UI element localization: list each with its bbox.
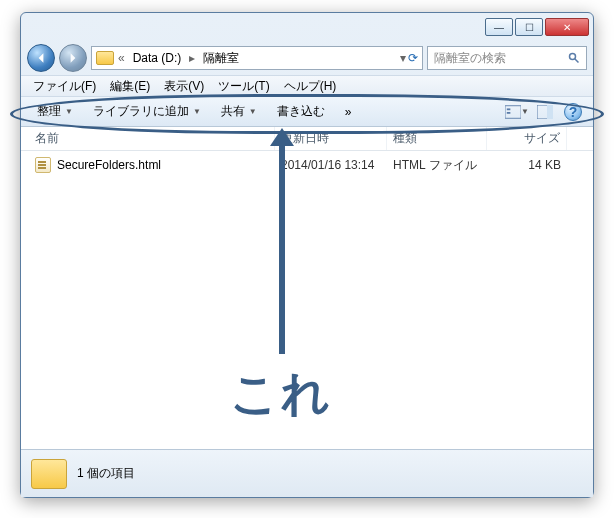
- svg-rect-6: [547, 105, 553, 119]
- column-header-type[interactable]: 種類: [387, 127, 487, 150]
- search-input[interactable]: 隔離室の検索: [427, 46, 587, 70]
- search-placeholder: 隔離室の検索: [434, 50, 506, 67]
- pane-icon: [537, 105, 553, 119]
- chevron-right-icon: ▸: [189, 51, 195, 65]
- chevron-down-icon: ▼: [65, 107, 73, 116]
- column-header-name[interactable]: 名前: [29, 127, 275, 150]
- arrow-left-icon: [35, 52, 47, 64]
- organize-button[interactable]: 整理▼: [29, 100, 81, 123]
- arrow-right-icon: [67, 52, 79, 64]
- html-file-icon: [35, 157, 51, 173]
- menu-view[interactable]: 表示(V): [158, 76, 210, 97]
- svg-point-0: [570, 54, 576, 60]
- folder-icon: [31, 459, 67, 489]
- more-button[interactable]: »: [337, 102, 360, 122]
- view-icon: [505, 105, 521, 119]
- forward-button[interactable]: [59, 44, 87, 72]
- chevron-down-icon[interactable]: ▾: [400, 51, 406, 65]
- help-button[interactable]: ?: [561, 102, 585, 122]
- svg-rect-3: [507, 108, 511, 110]
- chevron-down-icon: ▼: [521, 107, 529, 116]
- column-header-size[interactable]: サイズ: [487, 127, 567, 150]
- annotation-arrow: [279, 144, 285, 354]
- menu-tools[interactable]: ツール(T): [212, 76, 275, 97]
- file-type-cell: HTML ファイル: [387, 157, 487, 174]
- titlebar: — ☐ ✕: [21, 13, 593, 41]
- search-icon: [568, 52, 580, 64]
- folder-icon: [96, 51, 114, 65]
- breadcrumb[interactable]: « Data (D:) ▸ 隔離室 ▾ ⟳: [91, 46, 423, 70]
- svg-rect-4: [507, 112, 511, 114]
- toolbar: 整理▼ ライブラリに追加▼ 共有▼ 書き込む » ▼ ?: [21, 97, 593, 127]
- add-to-library-button[interactable]: ライブラリに追加▼: [85, 100, 209, 123]
- close-button[interactable]: ✕: [545, 18, 589, 36]
- file-size-cell: 14 KB: [487, 158, 567, 172]
- menu-edit[interactable]: 編集(E): [104, 76, 156, 97]
- menubar: ファイル(F) 編集(E) 表示(V) ツール(T) ヘルプ(H): [21, 75, 593, 97]
- breadcrumb-chevron: «: [118, 51, 125, 65]
- file-name-cell: SecureFolders.html: [29, 157, 275, 173]
- back-button[interactable]: [27, 44, 55, 72]
- breadcrumb-drive[interactable]: Data (D:): [127, 47, 188, 69]
- column-header-row: 名前 更新日時 種類 サイズ: [21, 127, 593, 151]
- share-button[interactable]: 共有▼: [213, 100, 265, 123]
- chevron-down-icon: ▼: [249, 107, 257, 116]
- menu-file[interactable]: ファイル(F): [27, 76, 102, 97]
- write-button[interactable]: 書き込む: [269, 100, 333, 123]
- help-icon: ?: [564, 103, 582, 121]
- file-date-cell: 2014/01/16 13:14: [275, 158, 387, 172]
- menu-help[interactable]: ヘルプ(H): [278, 76, 343, 97]
- preview-pane-button[interactable]: [533, 102, 557, 122]
- status-bar: 1 個の項目: [21, 449, 593, 497]
- breadcrumb-folder[interactable]: 隔離室: [197, 47, 245, 69]
- maximize-button[interactable]: ☐: [515, 18, 543, 36]
- table-row[interactable]: SecureFolders.html 2014/01/16 13:14 HTML…: [21, 155, 593, 175]
- annotation-label: これ: [230, 362, 332, 426]
- status-count: 1 個の項目: [77, 465, 135, 482]
- svg-line-1: [575, 59, 579, 63]
- nav-row: « Data (D:) ▸ 隔離室 ▾ ⟳ 隔離室の検索: [21, 41, 593, 75]
- chevron-down-icon: ▼: [193, 107, 201, 116]
- view-options-button[interactable]: ▼: [505, 102, 529, 122]
- refresh-icon[interactable]: ⟳: [408, 51, 418, 65]
- minimize-button[interactable]: —: [485, 18, 513, 36]
